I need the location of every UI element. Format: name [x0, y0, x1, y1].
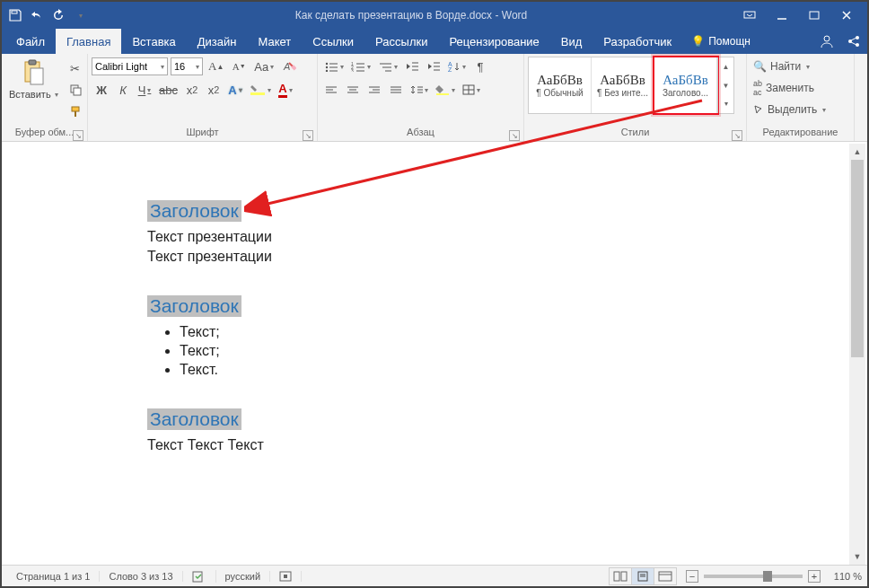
styles-launcher-icon[interactable]: ↘ [732, 130, 742, 141]
tell-me[interactable]: 💡 Помощн [682, 29, 759, 54]
align-justify-icon[interactable] [386, 80, 406, 100]
status-proofing-icon[interactable] [183, 570, 216, 583]
tab-layout[interactable]: Макет [247, 29, 302, 54]
list-item[interactable]: Текст; [180, 343, 847, 359]
zoom-knob[interactable] [763, 571, 772, 582]
multilevel-list-icon[interactable] [375, 57, 400, 76]
clipboard-launcher-icon[interactable]: ↘ [73, 130, 83, 141]
tab-mailings[interactable]: Рассылки [364, 29, 438, 54]
line-spacing-icon[interactable] [408, 80, 431, 100]
subscript-icon[interactable]: x2 [182, 80, 202, 100]
replace-button[interactable]: abacЗаменить [750, 78, 831, 98]
change-case-icon[interactable]: Aa [251, 57, 276, 76]
zoom-slider[interactable] [704, 575, 803, 578]
increase-indent-icon[interactable] [424, 57, 443, 76]
font-size-combo[interactable]: 16▾ [171, 57, 203, 75]
decrease-indent-icon[interactable] [402, 57, 422, 76]
borders-icon[interactable] [460, 80, 483, 100]
heading[interactable]: Заголовок [147, 295, 241, 317]
share-icon[interactable] [840, 34, 867, 48]
qat-customize-icon[interactable] [72, 7, 88, 23]
scroll-thumb[interactable] [851, 160, 864, 357]
paragraph[interactable]: Текст презентации [147, 229, 847, 245]
tab-insert[interactable]: Вставка [121, 29, 186, 54]
minimize-icon[interactable] [767, 6, 797, 24]
font-color-icon[interactable]: A [276, 80, 295, 100]
zoom-value[interactable]: 110 % [826, 571, 862, 582]
paragraph[interactable]: Текст презентации [147, 249, 847, 265]
find-button[interactable]: 🔍Найти [750, 57, 831, 76]
list-item[interactable]: Текст; [180, 324, 847, 340]
clear-formatting-icon[interactable]: A [279, 57, 299, 76]
show-marks-icon[interactable]: ¶ [470, 57, 490, 76]
italic-icon[interactable]: К [113, 80, 133, 100]
underline-icon[interactable]: Ч [135, 80, 154, 100]
tab-design[interactable]: Дизайн [187, 29, 248, 54]
status-words[interactable]: Слово 3 из 13 [100, 571, 182, 582]
styles-more-icon[interactable]: ▾ [718, 94, 733, 113]
cut-icon[interactable]: ✂ [66, 58, 85, 78]
zoom-in-icon[interactable]: + [808, 570, 821, 583]
numbering-icon[interactable]: 123 [348, 57, 373, 76]
tab-references[interactable]: Ссылки [302, 29, 364, 54]
align-center-icon[interactable] [343, 80, 363, 100]
tab-developer[interactable]: Разработчик [592, 29, 682, 54]
account-icon[interactable] [813, 34, 840, 48]
style-normal[interactable]: АаБбВв ¶ Обычный [529, 57, 592, 113]
list-item[interactable]: Текст. [180, 362, 847, 378]
status-language[interactable]: русский [216, 571, 270, 582]
svg-point-4 [824, 36, 830, 41]
paragraph-launcher-icon[interactable]: ↘ [509, 130, 520, 141]
maximize-icon[interactable] [799, 6, 830, 24]
tab-view[interactable]: Вид [550, 29, 593, 54]
zoom-out-icon[interactable]: − [686, 570, 698, 583]
status-page[interactable]: Страница 1 из 1 [7, 571, 100, 582]
undo-icon[interactable] [29, 7, 45, 23]
style-no-spacing[interactable]: АаБбВв ¶ Без инте... [592, 57, 654, 113]
close-icon[interactable] [831, 6, 862, 24]
copy-icon[interactable] [66, 80, 85, 100]
read-mode-icon[interactable] [609, 567, 632, 585]
font-launcher-icon[interactable]: ↘ [303, 130, 313, 141]
scroll-up-icon[interactable]: ▲ [849, 144, 865, 160]
ribbon-options-icon[interactable] [734, 6, 765, 24]
font-name-combo[interactable]: Calibri Light▾ [92, 57, 168, 75]
heading[interactable]: Заголовок [147, 200, 241, 222]
style-label: Заголово... [656, 88, 715, 98]
heading[interactable]: Заголовок [147, 408, 241, 430]
document-area[interactable]: Заголовок Текст презентации Текст презен… [4, 144, 849, 565]
print-layout-icon[interactable] [631, 567, 654, 585]
redo-icon[interactable] [50, 7, 66, 23]
svg-text:Z: Z [448, 66, 452, 72]
editing-group-label: Редактирование [763, 127, 838, 137]
align-right-icon[interactable] [364, 80, 384, 100]
styles-up-icon[interactable]: ▲ [718, 57, 733, 76]
superscript-icon[interactable]: x2 [204, 80, 224, 100]
align-left-icon[interactable] [321, 80, 341, 100]
save-icon[interactable] [7, 7, 23, 23]
styles-down-icon[interactable]: ▼ [718, 76, 733, 95]
bold-icon[interactable]: Ж [92, 80, 111, 100]
bullets-icon[interactable] [321, 57, 347, 76]
format-painter-icon[interactable] [66, 101, 85, 121]
text-effects-icon[interactable]: A [225, 80, 245, 100]
tab-home[interactable]: Главная [56, 29, 121, 54]
window-controls [734, 6, 862, 24]
select-button[interactable]: Выделить [750, 100, 831, 119]
grow-font-icon[interactable]: A▲ [206, 57, 226, 76]
tab-review[interactable]: Рецензирование [438, 29, 549, 54]
style-preview: АаБбВв [663, 73, 708, 88]
paste-button[interactable]: Вставить [5, 57, 62, 101]
scroll-track[interactable] [849, 160, 865, 549]
shading-icon[interactable] [433, 80, 458, 100]
scroll-down-icon[interactable]: ▼ [849, 549, 865, 565]
tab-file[interactable]: Файл [5, 29, 56, 54]
web-layout-icon[interactable] [654, 567, 677, 585]
status-macro-icon[interactable] [270, 571, 302, 582]
highlight-icon[interactable] [247, 80, 274, 100]
style-heading1[interactable]: АаБбВв Заголово... [654, 57, 717, 113]
shrink-font-icon[interactable]: A▼ [229, 57, 249, 76]
strikethrough-icon[interactable]: abc [156, 80, 180, 100]
sort-icon[interactable]: AZ [445, 57, 469, 76]
paragraph[interactable]: Текст Текст Текст [147, 437, 847, 453]
